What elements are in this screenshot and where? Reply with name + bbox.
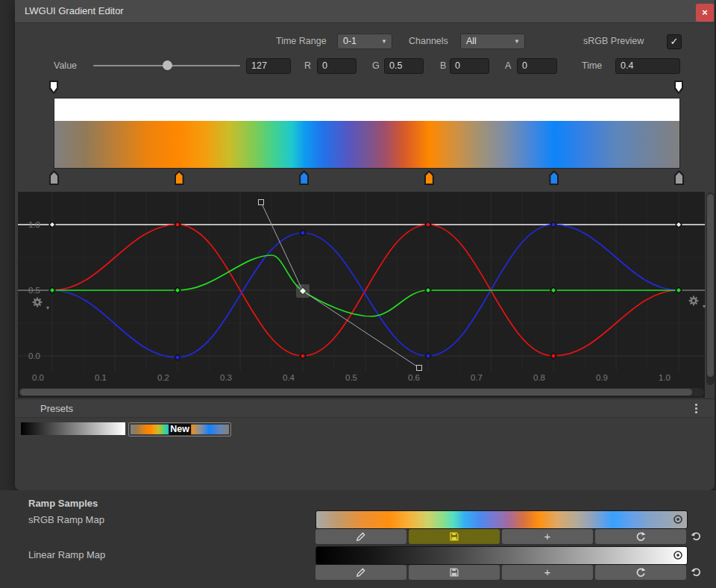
channels-value: All [466, 36, 477, 46]
x-axis-label: 0.3 [220, 373, 232, 382]
close-button[interactable]: × [696, 4, 714, 22]
y-axis-label: 0.5 [28, 286, 40, 295]
curve-key[interactable] [550, 287, 556, 293]
preset-grayscale[interactable] [21, 422, 125, 435]
ramp-samples-title: Ramp Samples [28, 498, 98, 509]
r-label: R [304, 58, 311, 74]
color-marker[interactable] [299, 170, 309, 185]
a-label: A [505, 58, 511, 74]
a-field[interactable]: 0 [517, 58, 557, 74]
color-marker[interactable] [549, 170, 559, 185]
curve-settings-gear-left[interactable]: ▾ [30, 295, 49, 310]
preset-new-label: New [169, 423, 191, 434]
window-title: LWGUI Gradient Editor [25, 0, 124, 22]
x-axis-label: 0.1 [95, 373, 107, 382]
curve-key[interactable] [49, 222, 55, 228]
gear-caret-icon: ▾ [46, 304, 49, 311]
g-field[interactable]: 0.5 [384, 58, 424, 74]
curve-key[interactable] [175, 287, 180, 293]
preset-new[interactable]: New [128, 422, 231, 437]
object-picker-icon[interactable] [672, 513, 684, 525]
color-marker[interactable] [424, 170, 434, 185]
horizontal-scrollbar-thumb[interactable] [20, 389, 692, 395]
curve-key[interactable] [49, 287, 55, 293]
srgb-ramp-map-label: sRGB Ramp Map [28, 514, 104, 525]
revert-arrow-button[interactable] [689, 565, 703, 578]
tangent-handle-line [261, 202, 419, 368]
a-field-text: 0 [522, 60, 527, 71]
r-field[interactable]: 0 [317, 58, 357, 74]
window-titlebar[interactable]: LWGUI Gradient Editor × [15, 0, 715, 23]
alpha-marker[interactable] [49, 81, 58, 94]
alpha-marker-row[interactable] [54, 81, 679, 95]
curve-key[interactable] [300, 230, 306, 236]
srgb-ramp-map-bar[interactable] [315, 510, 688, 529]
tangent-handle[interactable] [259, 200, 264, 205]
srgb-preview-checkbox[interactable]: ✓ [667, 34, 682, 49]
presets-header: Presets [15, 398, 715, 418]
horizontal-scrollbar[interactable] [19, 388, 704, 396]
curve-settings-gear-right[interactable]: ▾ [686, 293, 706, 308]
ramp-refresh-button[interactable] [595, 529, 686, 544]
r-field-text: 0 [322, 60, 327, 71]
vertical-scrollbar[interactable] [706, 193, 715, 385]
chevron-down-icon: ▼ [514, 34, 520, 49]
time-field[interactable]: 0.4 [615, 58, 680, 74]
channels-dropdown[interactable]: All ▼ [460, 34, 525, 49]
x-axis-label: 0.2 [157, 373, 169, 382]
g-field-text: 0.5 [389, 60, 402, 71]
curve-key[interactable] [425, 287, 431, 293]
color-marker[interactable] [49, 170, 59, 185]
curve-key[interactable] [550, 222, 556, 228]
kebab-menu-icon[interactable] [695, 404, 698, 415]
ramp-refresh-button[interactable] [595, 565, 686, 580]
x-axis-label: 0.0 [32, 373, 44, 382]
ramp-save-button[interactable] [409, 565, 500, 580]
curve-key[interactable] [676, 287, 682, 293]
ramp-add-button[interactable]: + [502, 565, 593, 580]
curve-key[interactable] [676, 222, 682, 228]
object-picker-icon[interactable] [672, 549, 684, 561]
curve-key[interactable] [175, 222, 180, 228]
value-field-text: 127 [251, 60, 267, 71]
b-field-text: 0 [455, 60, 460, 71]
gradient-color-strip[interactable] [54, 121, 679, 168]
ramp-edit-button[interactable] [315, 565, 406, 580]
time-range-dropdown[interactable]: 0-1 ▼ [337, 34, 392, 49]
value-field[interactable]: 127 [246, 58, 291, 74]
curve-canvas[interactable]: 0.00.10.20.30.40.50.60.70.80.91.01.00.50… [18, 192, 705, 387]
linear-ramp-buttons: + [315, 565, 703, 580]
value-slider-thumb[interactable] [163, 60, 172, 70]
curve-editor[interactable]: 0.00.10.20.30.40.50.60.70.80.91.01.00.50… [18, 192, 705, 398]
curve-key[interactable] [425, 222, 431, 228]
value-slider[interactable] [93, 65, 240, 66]
gradient-preview-bar[interactable] [54, 98, 680, 169]
x-axis-label: 1.0 [659, 373, 671, 382]
preset-grayscale-swatch [21, 422, 125, 435]
presets-title: Presets [40, 401, 73, 416]
x-axis-label: 0.4 [283, 373, 295, 382]
ramp-edit-button[interactable] [315, 529, 406, 544]
linear-ramp-map-bar[interactable] [315, 546, 688, 565]
vertical-scrollbar-thumb[interactable] [707, 194, 714, 377]
curve-key[interactable] [300, 353, 306, 359]
curve-key[interactable] [175, 354, 180, 360]
ramp-save-button[interactable] [409, 529, 500, 544]
x-axis-label: 0.8 [533, 373, 545, 382]
unity-editor-background: LWGUI Gradient Editor × Time Range 0-1 ▼… [0, 0, 716, 588]
time-range-label: Time Range [276, 34, 327, 49]
curve-key[interactable] [550, 353, 556, 359]
alpha-marker[interactable] [674, 81, 683, 94]
color-marker-row[interactable] [54, 170, 679, 185]
revert-arrow-button[interactable] [689, 529, 703, 542]
gradient-alpha-strip[interactable] [54, 98, 679, 121]
check-icon: ✓ [671, 36, 679, 47]
curve-key[interactable] [425, 353, 431, 359]
color-marker[interactable] [175, 170, 184, 185]
plus-icon: + [544, 530, 551, 542]
color-marker[interactable] [674, 170, 684, 185]
ramp-add-button[interactable]: + [502, 529, 593, 544]
b-field[interactable]: 0 [450, 58, 489, 74]
tangent-handle[interactable] [417, 366, 422, 371]
srgb-ramp-buttons: + [315, 529, 703, 544]
